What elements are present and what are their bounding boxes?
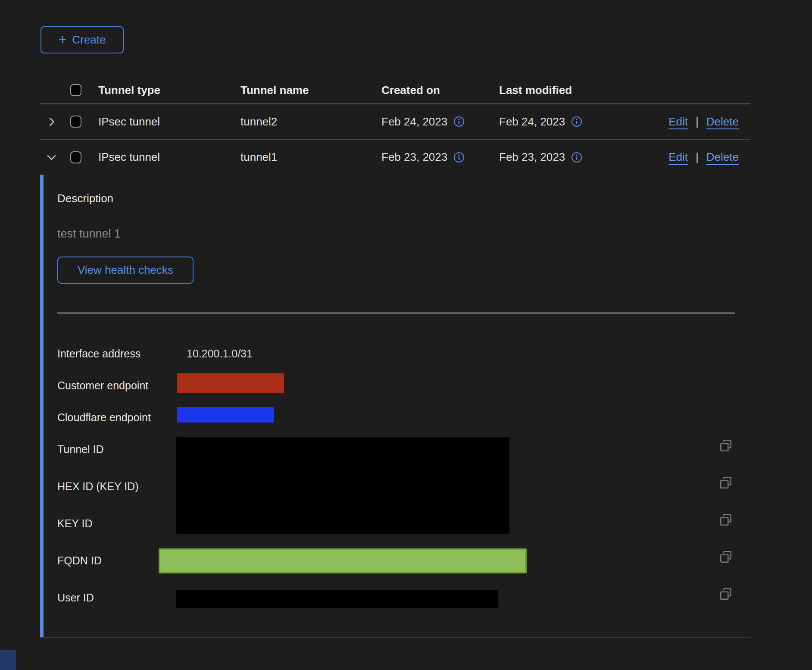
expand-row-button[interactable] bbox=[46, 116, 57, 128]
edit-link[interactable]: Edit bbox=[668, 115, 688, 128]
info-icon bbox=[453, 116, 465, 127]
copy-icon bbox=[718, 476, 733, 490]
copy-icon bbox=[718, 587, 733, 601]
panel-divider bbox=[57, 313, 735, 313]
select-all-checkbox[interactable] bbox=[70, 84, 81, 96]
view-health-checks-button[interactable]: View health checks bbox=[57, 257, 194, 284]
row-checkbox[interactable] bbox=[70, 116, 81, 128]
info-icon bbox=[571, 152, 582, 163]
interface-address-value: 10.200.1.0/31 bbox=[187, 347, 253, 360]
created-on-cell: Feb 24, 2023 bbox=[381, 115, 447, 128]
chevron-right-icon bbox=[46, 116, 57, 128]
info-icon bbox=[453, 152, 465, 163]
table-header-row: Tunnel type Tunnel name Created on Last … bbox=[40, 77, 750, 104]
create-button[interactable]: + Create bbox=[41, 26, 124, 53]
copy-user-id-button[interactable] bbox=[718, 587, 733, 601]
cloudflare-endpoint-label: Cloudflare endpoint bbox=[57, 411, 151, 424]
header-created-on: Created on bbox=[381, 84, 499, 97]
cloudflare-endpoint-redaction bbox=[177, 407, 274, 423]
description-value: test tunnel 1 bbox=[57, 227, 121, 241]
bottom-left-corner-accent bbox=[0, 650, 16, 670]
tunnels-page: + Create Tunnel type Tunnel name Created… bbox=[0, 0, 812, 670]
tunnels-table: Tunnel type Tunnel name Created on Last … bbox=[40, 77, 750, 175]
tunnel-id-label: Tunnel ID bbox=[57, 443, 103, 456]
header-last-modified: Last modified bbox=[499, 84, 628, 97]
table-row: IPsec tunnel tunnel2 Feb 24, 2023 Feb 24… bbox=[40, 104, 750, 140]
collapse-row-button[interactable] bbox=[46, 151, 57, 163]
copy-fqdn-id-button[interactable] bbox=[718, 550, 733, 564]
last-modified-cell: Feb 23, 2023 bbox=[499, 150, 565, 164]
user-id-redaction bbox=[176, 590, 498, 608]
user-id-label: User ID bbox=[57, 591, 94, 604]
edit-link[interactable]: Edit bbox=[668, 150, 688, 164]
tunnel-type-cell: IPsec tunnel bbox=[98, 150, 240, 164]
last-modified-cell: Feb 24, 2023 bbox=[499, 115, 565, 128]
ids-redaction-block bbox=[176, 437, 509, 534]
interface-address-label: Interface address bbox=[57, 347, 141, 360]
copy-hex-id-button[interactable] bbox=[718, 476, 733, 490]
header-tunnel-type: Tunnel type bbox=[98, 84, 240, 97]
customer-endpoint-redaction bbox=[177, 373, 284, 393]
fqdn-id-redaction bbox=[159, 548, 527, 573]
copy-tunnel-id-button[interactable] bbox=[718, 438, 733, 453]
copy-icon bbox=[718, 438, 733, 453]
header-tunnel-name: Tunnel name bbox=[240, 84, 381, 97]
customer-endpoint-label: Customer endpoint bbox=[57, 379, 148, 392]
key-id-label: KEY ID bbox=[57, 517, 93, 530]
delete-link[interactable]: Delete bbox=[706, 150, 739, 164]
actions-separator: | bbox=[696, 150, 699, 164]
row-checkbox[interactable] bbox=[70, 151, 81, 163]
last-modified-info-button[interactable] bbox=[571, 116, 582, 127]
copy-icon bbox=[718, 513, 733, 527]
table-bottom-border bbox=[40, 637, 750, 638]
info-icon bbox=[571, 116, 582, 127]
tunnel-type-cell: IPsec tunnel bbox=[98, 115, 240, 128]
actions-separator: | bbox=[696, 115, 699, 128]
copy-key-id-button[interactable] bbox=[718, 513, 733, 527]
tunnel-detail-panel: Description test tunnel 1 View health ch… bbox=[40, 175, 750, 637]
description-label: Description bbox=[57, 192, 113, 205]
plus-icon: + bbox=[59, 32, 67, 46]
fqdn-id-label: FQDN ID bbox=[57, 554, 102, 567]
created-on-info-button[interactable] bbox=[453, 152, 465, 163]
delete-link[interactable]: Delete bbox=[706, 115, 739, 128]
chevron-down-icon bbox=[46, 151, 57, 163]
created-on-cell: Feb 23, 2023 bbox=[381, 150, 447, 164]
tunnel-name-cell: tunnel2 bbox=[240, 115, 381, 128]
table-row: IPsec tunnel tunnel1 Feb 23, 2023 Feb 23… bbox=[40, 140, 750, 175]
hex-id-label: HEX ID (KEY ID) bbox=[57, 480, 138, 493]
create-button-label: Create bbox=[72, 33, 106, 47]
created-on-info-button[interactable] bbox=[453, 116, 465, 127]
last-modified-info-button[interactable] bbox=[571, 152, 582, 163]
header-checkbox-cell bbox=[64, 84, 98, 96]
tunnel-name-cell: tunnel1 bbox=[240, 150, 381, 164]
copy-icon bbox=[718, 550, 733, 564]
